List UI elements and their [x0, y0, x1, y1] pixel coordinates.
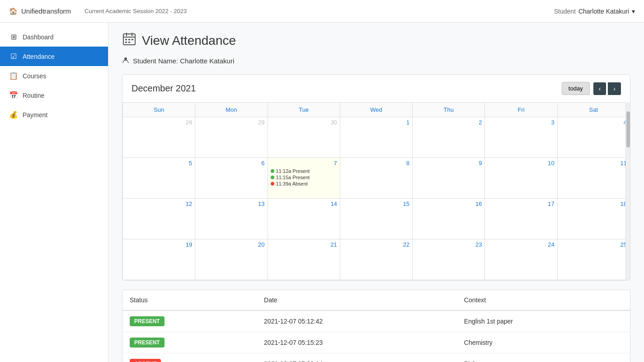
day-number[interactable]: 15 — [343, 200, 409, 207]
calendar-day-cell[interactable]: 29 — [195, 117, 268, 158]
day-number[interactable]: 16 — [415, 200, 482, 207]
day-number[interactable]: 9 — [415, 160, 482, 167]
day-number[interactable]: 24 — [488, 241, 554, 248]
page-title: View Attendance — [142, 33, 236, 48]
day-number[interactable]: 21 — [271, 241, 337, 248]
calendar-scrollbar[interactable] — [625, 102, 630, 280]
day-number[interactable]: 7 — [271, 160, 337, 167]
calendar-day-cell[interactable]: 19 — [123, 239, 195, 280]
calendar-day-cell[interactable]: 10 — [485, 158, 557, 199]
attendance-icon: ☑ — [9, 52, 18, 61]
calendar-table: Sun Mon Tue Wed Thu Fri Sat 282930123456… — [122, 102, 630, 280]
weekday-sun[interactable]: Sun — [123, 103, 195, 117]
day-number[interactable]: 13 — [198, 200, 264, 207]
prev-month-button[interactable]: ‹ — [593, 82, 606, 95]
calendar-day-cell[interactable]: 12 — [123, 199, 195, 239]
day-number[interactable]: 28 — [126, 119, 192, 126]
sidebar-item-label: Attendance — [23, 53, 55, 60]
weekday-mon[interactable]: Mon — [195, 103, 268, 117]
day-number[interactable]: 2 — [415, 119, 482, 126]
calendar-month-title: December 2021 — [132, 83, 196, 94]
weekday-wed[interactable]: Wed — [340, 103, 412, 117]
calendar-day-cell[interactable]: 24 — [485, 239, 557, 280]
calendar-day-cell[interactable]: 4 — [557, 117, 630, 158]
day-number[interactable]: 25 — [560, 241, 627, 248]
day-number[interactable]: 3 — [488, 119, 554, 126]
day-number[interactable]: 12 — [126, 200, 192, 207]
calendar-day-cell[interactable]: 14 — [268, 199, 340, 239]
day-number[interactable]: 4 — [560, 119, 627, 126]
svg-rect-7 — [125, 42, 127, 43]
calendar-day-cell[interactable]: 6 — [195, 158, 268, 199]
calendar-day-cell[interactable]: 22 — [340, 239, 412, 280]
day-number[interactable]: 30 — [271, 119, 337, 126]
sidebar-item-label: Courses — [23, 72, 46, 80]
table-row: PRESENT2021-12-07 05:12:42English 1st pa… — [122, 310, 630, 332]
day-number[interactable]: 23 — [415, 241, 482, 248]
sidebar-item-dashboard[interactable]: ⊞ Dashboard — [0, 27, 108, 47]
payment-icon: 💰 — [9, 110, 18, 119]
calendar-day-cell[interactable]: 13 — [195, 199, 268, 239]
sidebar-item-label: Routine — [23, 92, 44, 99]
page-title-icon — [122, 32, 136, 49]
day-number[interactable]: 14 — [271, 200, 337, 207]
today-button[interactable]: today — [562, 82, 590, 95]
calendar-day-cell[interactable]: 23 — [413, 239, 485, 280]
status-cell: PRESENT — [122, 332, 257, 353]
day-number[interactable]: 17 — [488, 200, 554, 207]
sidebar-item-payment[interactable]: 💰 Payment — [0, 105, 108, 124]
calendar-day-cell[interactable]: 25 — [557, 239, 630, 280]
day-number[interactable]: 6 — [198, 160, 264, 167]
calendar-day-cell[interactable]: 711:12a Present11:15a Present11:39a Abse… — [268, 158, 340, 199]
calendar-day-cell[interactable]: 30 — [268, 117, 340, 158]
calendar-day-cell[interactable]: 8 — [340, 158, 412, 199]
calendar-day-cell[interactable]: 18 — [557, 199, 630, 239]
day-number[interactable]: 8 — [343, 160, 409, 167]
table-row: ABSENT2021-12-07 05:39:14Biology — [122, 353, 630, 362]
status-cell: ABSENT — [122, 353, 257, 362]
day-number[interactable]: 20 — [198, 241, 264, 248]
calendar-day-cell[interactable]: 2 — [413, 117, 485, 158]
calendar-day-cell[interactable]: 9 — [413, 158, 485, 199]
calendar-day-cell[interactable]: 20 — [195, 239, 268, 280]
routine-icon: 📅 — [9, 91, 18, 100]
day-number[interactable]: 5 — [126, 160, 192, 167]
brand[interactable]: 🏠 Unifiedtransform — [9, 7, 71, 15]
calendar-day-cell[interactable]: 28 — [123, 117, 195, 158]
weekday-tue[interactable]: Tue — [268, 103, 340, 117]
calendar: December 2021 today ‹ › Sun Mon Tue Wed — [122, 74, 630, 281]
day-number[interactable]: 1 — [343, 119, 409, 126]
next-month-button[interactable]: › — [608, 82, 621, 95]
day-number[interactable]: 29 — [198, 119, 264, 126]
day-number[interactable]: 10 — [488, 160, 554, 167]
sidebar-item-attendance[interactable]: ☑ Attendance — [0, 47, 108, 66]
calendar-day-cell[interactable]: 21 — [268, 239, 340, 280]
brand-name: Unifiedtransform — [21, 7, 71, 15]
day-number[interactable]: 11 — [560, 160, 627, 167]
status-badge: PRESENT — [130, 316, 165, 326]
weekday-thu[interactable]: Thu — [413, 103, 485, 117]
weekday-fri[interactable]: Fri — [485, 103, 557, 117]
day-number[interactable]: 22 — [343, 241, 409, 248]
calendar-day-cell[interactable]: 15 — [340, 199, 412, 239]
day-number[interactable]: 19 — [126, 241, 192, 248]
calendar-day-cell[interactable]: 1 — [340, 117, 412, 158]
date-cell: 2021-12-07 05:12:42 — [257, 310, 457, 332]
calendar-day-cell[interactable]: 5 — [123, 158, 195, 199]
col-date: Date — [257, 290, 457, 310]
weekday-sat[interactable]: Sat — [557, 103, 630, 117]
absent-dot — [271, 182, 274, 186]
context-cell: Biology — [457, 353, 630, 362]
topbar: 🏠 Unifiedtransform Current Academic Sess… — [0, 0, 644, 23]
calendar-day-cell[interactable]: 17 — [485, 199, 557, 239]
svg-point-9 — [124, 57, 127, 60]
main-content: View Attendance Student Name: Charlotte … — [108, 23, 644, 362]
calendar-day-cell[interactable]: 16 — [413, 199, 485, 239]
sidebar-item-courses[interactable]: 📋 Courses — [0, 66, 108, 86]
calendar-day-cell[interactable]: 11 — [557, 158, 630, 199]
sidebar-item-routine[interactable]: 📅 Routine — [0, 86, 108, 105]
calendar-day-cell[interactable]: 3 — [485, 117, 557, 158]
user-name[interactable]: Charlotte Katakuri — [578, 8, 629, 15]
student-name-label: Student Name: Charlotte Katakuri — [122, 57, 630, 65]
day-number[interactable]: 18 — [560, 200, 627, 207]
